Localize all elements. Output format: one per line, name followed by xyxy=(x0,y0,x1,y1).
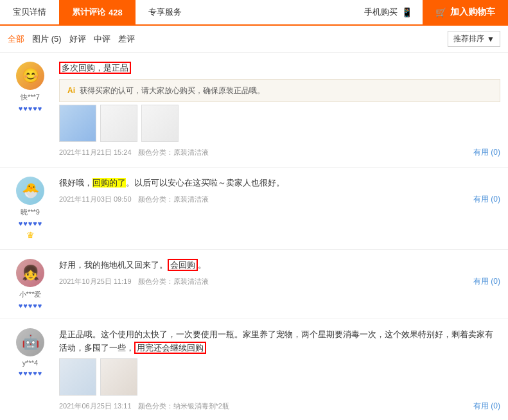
review-text: 好用，我的拖地机又回来了。会回购。 xyxy=(59,259,500,272)
review-thumb[interactable] xyxy=(59,105,96,142)
highlighted-yellow: 回购的了 xyxy=(92,178,126,188)
stars: ♥ ♥ ♥ ♥ ♥ xyxy=(19,369,42,377)
tab-mobile[interactable]: 手机购买 📱 xyxy=(354,0,423,24)
username: 小***爱 xyxy=(19,290,42,299)
stars: ♥ ♥ ♥ ♥ ♥ xyxy=(19,105,42,112)
avatar: 😊 xyxy=(16,62,44,90)
filter-image[interactable]: 图片 (5) xyxy=(32,33,62,45)
avatar: 🐣 xyxy=(16,177,44,205)
review-text: 很好哦，回购的了。以后可以安心在这买啦～卖家人也很好。 xyxy=(59,177,500,190)
filter-bad[interactable]: 差评 xyxy=(118,33,135,45)
avatar: 👧 xyxy=(16,259,44,287)
review-content: 很好哦，回购的了。以后可以安心在这买啦～卖家人也很好。 2021年11月03日 … xyxy=(59,177,500,240)
review-content: 是正品哦。这个使用的太快了，一次要使用一瓶。家里养了宠物，两个星期要消毒一次，这… xyxy=(59,328,500,412)
filter-all[interactable]: 全部 xyxy=(8,33,24,45)
crown-icon: ♛ xyxy=(26,230,35,240)
tab-service[interactable]: 专享服务 xyxy=(136,0,195,24)
useful-link[interactable]: 有用 (0) xyxy=(473,276,500,287)
useful-link[interactable]: 有用 (0) xyxy=(473,194,500,205)
sort-button[interactable]: 推荐排序 ▼ xyxy=(448,31,500,47)
username: y***4 xyxy=(22,359,38,367)
review-thumb[interactable] xyxy=(100,105,137,142)
filter-good[interactable]: 好评 xyxy=(69,33,86,45)
review-images xyxy=(59,358,500,396)
stars: ♥ ♥ ♥ ♥ ♥ xyxy=(19,220,42,227)
review-meta: 2021年10月25日 11:19 颜色分类：原装清洁液 有用 (0) xyxy=(59,276,500,287)
review-text: 多次回购，是正品 xyxy=(59,62,500,75)
review-content: 多次回购，是正品 Ai 获得买家的认可，请大家放心购买，确保原装正品哦。 202… xyxy=(59,62,500,158)
review-meta: 2021年06月25日 13:11 颜色分类：纳米银消毒剂*2瓶 有用 (0) xyxy=(59,401,500,412)
stars: ♥ ♥ ♥ ♥ ♥ xyxy=(19,302,42,310)
review-thumb[interactable] xyxy=(100,358,137,396)
review-content: 好用，我的拖地机又回来了。会回购。 2021年10月25日 11:19 颜色分类… xyxy=(59,259,500,310)
review-list: 😊 快***7 ♥ ♥ ♥ ♥ ♥ 多次回购，是正品 Ai 获得买家的认可，请大… xyxy=(0,53,508,420)
add-to-cart-button[interactable]: 🛒 加入购物车 xyxy=(423,0,508,24)
review-images xyxy=(59,105,500,142)
avatar-col: 🐣 晓***9 ♥ ♥ ♥ ♥ ♥ ♛ xyxy=(8,177,53,240)
useful-link[interactable]: 有用 (0) xyxy=(473,401,500,412)
review-meta: 2021年11月03日 09:50 颜色分类：原装清洁液 有用 (0) xyxy=(59,194,500,205)
cart-icon: 🛒 xyxy=(435,7,446,17)
top-nav: 宝贝详情 累计评论 428 专享服务 手机购买 📱 🛒 加入购物车 xyxy=(0,0,508,26)
username: 晓***9 xyxy=(21,207,40,217)
filter-bar: 全部 图片 (5) 好评 中评 差评 推荐排序 ▼ xyxy=(0,26,508,53)
highlighted-box: 用完还会继续回购 xyxy=(134,342,206,354)
filter-mid[interactable]: 中评 xyxy=(94,33,110,45)
useful-link[interactable]: 有用 (0) xyxy=(473,147,500,158)
highlighted-box: 会回购 xyxy=(168,259,198,271)
review-text: 是正品哦。这个使用的太快了，一次要使用一瓶。家里养了宠物，两个星期要消毒一次，这… xyxy=(59,328,500,355)
review-meta: 2021年11月21日 15:24 颜色分类：原装清洁液 有用 (0) xyxy=(59,147,500,158)
avatar-col: 😊 快***7 ♥ ♥ ♥ ♥ ♥ xyxy=(8,62,53,158)
avatar-col: 🤖 y***4 ♥ ♥ ♥ ♥ ♥ xyxy=(8,328,53,412)
review-thumb[interactable] xyxy=(59,358,96,396)
review-item: 🤖 y***4 ♥ ♥ ♥ ♥ ♥ 是正品哦。这个使用的太快了，一次要使用一瓶。… xyxy=(0,319,508,420)
chevron-down-icon: ▼ xyxy=(487,35,495,44)
review-item: 👧 小***爱 ♥ ♥ ♥ ♥ ♥ 好用，我的拖地机又回来了。会回购。 2021… xyxy=(0,250,508,319)
review-thumb[interactable] xyxy=(141,105,179,142)
seller-reply: Ai 获得买家的认可，请大家放心购买，确保原装正品哦。 xyxy=(59,79,500,102)
highlighted-text: 多次回购，是正品 xyxy=(59,62,131,74)
avatar-col: 👧 小***爱 ♥ ♥ ♥ ♥ ♥ xyxy=(8,259,53,310)
review-item: 😊 快***7 ♥ ♥ ♥ ♥ ♥ 多次回购，是正品 Ai 获得买家的认可，请大… xyxy=(0,53,508,168)
tab-reviews[interactable]: 累计评论 428 xyxy=(59,0,136,24)
review-item: 🐣 晓***9 ♥ ♥ ♥ ♥ ♥ ♛ 很好哦，回购的了。以后可以安心在这买啦～… xyxy=(0,168,508,250)
tab-detail[interactable]: 宝贝详情 xyxy=(0,0,59,24)
username: 快***7 xyxy=(21,92,40,102)
avatar: 🤖 xyxy=(16,328,44,356)
